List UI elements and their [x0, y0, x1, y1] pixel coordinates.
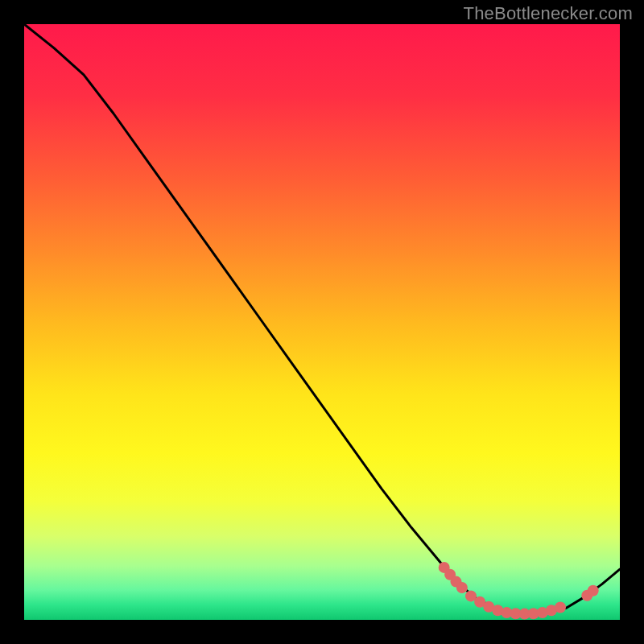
marker-dots: [439, 562, 599, 620]
attribution-text: TheBottlenecker.com: [464, 3, 633, 24]
plot-area: [24, 24, 620, 620]
marker-dot: [456, 582, 468, 593]
curve-layer: [24, 24, 620, 620]
marker-dot: [588, 585, 599, 597]
chart-frame: TheBottlenecker.com: [0, 0, 644, 644]
main-curve: [24, 24, 620, 614]
marker-dot: [555, 602, 566, 613]
